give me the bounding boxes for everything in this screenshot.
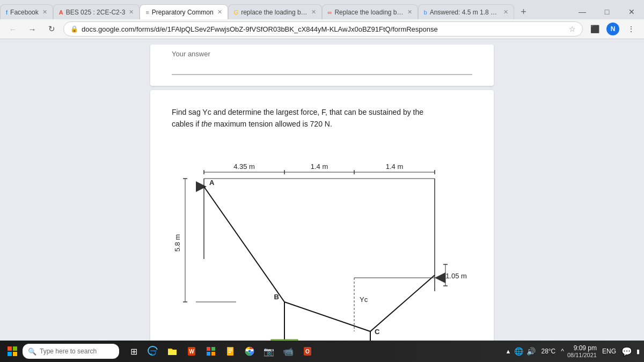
svg-rect-4	[168, 350, 177, 355]
cable-ab	[204, 187, 284, 302]
svg-rect-11	[227, 347, 233, 356]
tray-date: 08/11/2021	[567, 352, 597, 358]
right-anchor-marker	[435, 272, 445, 283]
browser-chrome: f Facebook ✕ A BES 025 : 2CE-C2-3 ✕ ≡ Pr…	[0, 0, 644, 39]
facebook-tab-label: Facebook	[10, 9, 39, 16]
back-button[interactable]: ←	[5, 21, 20, 36]
svg-rect-9	[207, 352, 210, 356]
file-explorer-icon[interactable]	[164, 343, 180, 359]
tray-temp: 28°C	[541, 348, 555, 355]
problem-line1: Find sag Yc and determine the largest fo…	[172, 108, 423, 116]
ms-icon2[interactable]: O	[299, 343, 316, 359]
edge-icon[interactable]	[145, 343, 161, 359]
facebook-tab-close[interactable]: ✕	[42, 9, 47, 16]
cable-c-right	[370, 275, 435, 331]
svg-text:O: O	[305, 349, 310, 354]
reload-button[interactable]: ↻	[44, 21, 59, 36]
tray-end-icon: ▮	[636, 348, 640, 355]
svg-rect-1	[13, 346, 17, 351]
preparatory-tab-close[interactable]: ✕	[217, 9, 222, 16]
video-icon[interactable]: 📹	[280, 343, 296, 359]
problem-line2: cables if the maximum tension allowed is…	[172, 120, 332, 128]
bookmark-icon[interactable]: ☆	[569, 25, 576, 33]
tray-time: 9:09 pm	[574, 344, 597, 352]
tray-caret-icon: ^	[561, 348, 564, 355]
svg-rect-13	[228, 350, 232, 351]
new-tab-button[interactable]: +	[516, 4, 531, 19]
bes025-tab-icon: A	[59, 9, 63, 16]
answer-label: Your answer	[172, 50, 472, 58]
taskbar: 🔍 Type here to search ⊞ W	[0, 341, 644, 362]
answered-tab-label: Answered: 4.5 m 1.8 m…	[430, 9, 500, 16]
window-close-button[interactable]: ✕	[619, 4, 644, 19]
camera-icon[interactable]: 📷	[261, 343, 277, 359]
taskbar-tray: ▲ 🌐 🔊 28°C ^ 9:09 pm 08/11/2021 ENG 💬 ▮	[506, 344, 640, 358]
window-maximize-button[interactable]: □	[595, 4, 619, 19]
tray-lang: ENG	[602, 348, 616, 355]
answered-tab-close[interactable]: ✕	[503, 9, 508, 16]
tray-arrow-icon[interactable]: ▲	[506, 348, 511, 354]
lock-icon: 🔒	[70, 25, 78, 33]
search-icon: 🔍	[28, 348, 36, 356]
tray-datetime[interactable]: 9:09 pm 08/11/2021	[567, 344, 597, 358]
window-minimize-button[interactable]: —	[570, 4, 595, 19]
replace1-tab-icon: G	[234, 9, 239, 16]
bes025-tab-label: BES 025 : 2CE-C2-3	[66, 9, 126, 16]
taskbar-search[interactable]: 🔍 Type here to search	[23, 344, 119, 359]
diagram-container: 4.35 m 1.4 m 1.4 m 5.8 m	[172, 141, 472, 341]
dim-label-14b: 1.4 m	[386, 162, 404, 171]
tray-speaker-icon[interactable]: 🔊	[526, 347, 536, 356]
taskview-button[interactable]: ⊞	[126, 343, 142, 359]
menu-button[interactable]: ⋮	[624, 21, 639, 36]
point-c-label: C	[375, 328, 380, 336]
diagram-svg: 4.35 m 1.4 m 1.4 m 5.8 m	[172, 141, 472, 341]
svg-rect-8	[211, 347, 215, 351]
cable-bc	[284, 302, 370, 331]
point-a-marker	[196, 181, 207, 192]
forward-button[interactable]: →	[25, 21, 40, 36]
tray-network-icon[interactable]: 🌐	[514, 347, 523, 356]
profile-button[interactable]: N	[606, 23, 619, 35]
tab-replace1[interactable]: G replace the loading b… ✕	[228, 4, 322, 19]
dim-label-14a: 1.4 m	[311, 162, 328, 171]
office-icon[interactable]: W	[184, 343, 200, 359]
tab-preparatory[interactable]: ≡ Preparatory Common ✕	[140, 4, 228, 19]
svg-text:W: W	[189, 349, 194, 354]
page-content: Your answer Find sag Yc and determine th…	[0, 39, 644, 341]
svg-rect-2	[8, 352, 12, 356]
svg-rect-3	[13, 352, 17, 356]
colorful-icon[interactable]	[203, 343, 219, 359]
replace1-tab-close[interactable]: ✕	[311, 9, 316, 16]
tab-replace2[interactable]: ∞ Replace the loading b… ✕	[322, 4, 418, 19]
answer-area: Your answer	[150, 45, 494, 86]
replace2-tab-close[interactable]: ✕	[407, 9, 412, 16]
tab-bar: f Facebook ✕ A BES 025 : 2CE-C2-3 ✕ ≡ Pr…	[0, 0, 644, 19]
replace1-tab-label: replace the loading b…	[241, 9, 307, 16]
dim-label-435: 4.35 m	[233, 162, 255, 171]
preparatory-tab-label: Preparatory Common	[152, 9, 214, 16]
bes025-tab-close[interactable]: ✕	[129, 9, 134, 16]
start-button[interactable]	[4, 343, 20, 359]
tab-bes025[interactable]: A BES 025 : 2CE-C2-3 ✕	[53, 4, 140, 19]
svg-point-17	[248, 350, 251, 353]
yc-label: Yc	[360, 295, 368, 304]
taskbar-apps: ⊞ W	[121, 343, 503, 359]
chrome-icon[interactable]	[241, 343, 258, 359]
address-bar[interactable]: 🔒 docs.google.com/forms/d/e/1FAlpQLSev2F…	[63, 21, 583, 36]
notification-icon[interactable]: 💬	[621, 346, 632, 357]
extensions-button[interactable]: ⬛	[587, 21, 602, 36]
url-text: docs.google.com/forms/d/e/1FAlpQLSev2Fww…	[82, 25, 566, 33]
files-icon[interactable]	[222, 343, 238, 359]
point-b-label: B	[274, 293, 279, 301]
tab-facebook[interactable]: f Facebook ✕	[0, 4, 53, 19]
svg-rect-12	[228, 349, 232, 350]
problem-text: Find sag Yc and determine the largest fo…	[172, 106, 472, 130]
point-a-label: A	[209, 179, 215, 187]
svg-rect-0	[8, 346, 12, 351]
svg-rect-7	[207, 347, 210, 351]
answer-input[interactable]	[172, 61, 472, 75]
tab-answered[interactable]: b Answered: 4.5 m 1.8 m… ✕	[418, 4, 514, 19]
replace2-tab-label: Replace the loading b…	[334, 9, 403, 16]
form-card: Find sag Yc and determine the largest fo…	[150, 90, 494, 341]
dim-label-58: 5.8 m	[173, 234, 181, 252]
